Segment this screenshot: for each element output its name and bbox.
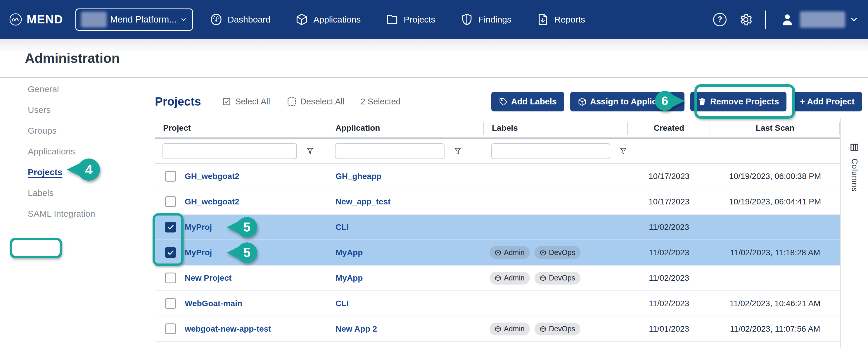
application-link[interactable]: MyApp: [336, 273, 363, 283]
last-scan-cell: 10/19/2023, 06:00:38 PM: [710, 172, 840, 181]
help-icon[interactable]: [713, 13, 726, 26]
application-link[interactable]: New App 2: [336, 324, 377, 334]
last-scan-cell: 11/02/2023, 11:07:56 AM: [710, 324, 840, 334]
row-checkbox[interactable]: [165, 298, 176, 309]
application-filter-funnel-icon[interactable]: [453, 146, 462, 156]
sidebar-item-applications[interactable]: Applications: [0, 141, 137, 162]
table-row[interactable]: MyProj MyApp Admin DevOps 11/02/2023 11/…: [155, 240, 840, 265]
admin-sidebar: GeneralUsersGroupsApplicationsProjectsLa…: [0, 78, 137, 348]
column-header-created[interactable]: Created: [628, 118, 710, 138]
project-link[interactable]: MyProj: [185, 223, 212, 232]
org-dropdown[interactable]: Mend Platform...: [75, 8, 193, 31]
application-link[interactable]: MyApp: [336, 248, 363, 257]
trash-icon: [698, 97, 707, 106]
row-checkbox[interactable]: [165, 196, 176, 207]
nav-item-projects[interactable]: Projects: [386, 13, 435, 26]
label-badge: DevOps: [534, 323, 581, 336]
table-row[interactable]: New Project MyApp Admin DevOps 11/02/202…: [155, 265, 840, 291]
nav-item-applications[interactable]: Applications: [296, 13, 361, 26]
labels-cell: Admin DevOps: [484, 323, 628, 336]
last-scan-cell: 10/19/2023, 06:04:41 PM: [710, 197, 840, 206]
row-checkbox[interactable]: [165, 222, 176, 232]
nav-item-dashboard[interactable]: Dashboard: [210, 13, 271, 26]
column-header-last-scan[interactable]: Last Scan: [710, 118, 840, 138]
created-cell: 10/17/2023: [628, 197, 710, 206]
add-project-button[interactable]: + Add Project: [792, 92, 862, 111]
project-link[interactable]: GH_webgoat2: [185, 172, 239, 181]
application-link[interactable]: CLI: [336, 299, 349, 308]
created-cell: 11/02/2023: [628, 299, 710, 308]
brand[interactable]: MEND: [9, 12, 63, 26]
redacted-username: [800, 11, 845, 28]
project-link[interactable]: MyProj: [185, 248, 212, 257]
column-header-application[interactable]: Application: [327, 118, 484, 138]
chevron-down-icon: [180, 15, 187, 24]
gear-icon[interactable]: [739, 12, 753, 27]
toolbar-buttons: Add Labels Assign to Application Remove …: [491, 92, 862, 111]
sidebar-item-projects[interactable]: Projects: [0, 162, 137, 182]
labels-filter-input[interactable]: [491, 143, 610, 159]
redacted-org-name: [81, 12, 107, 28]
brand-name: MEND: [27, 12, 63, 26]
cube-icon: [540, 275, 546, 281]
row-checkbox[interactable]: [165, 323, 176, 334]
applications-cube-icon: [296, 13, 308, 26]
nav-item-findings[interactable]: Findings: [461, 13, 512, 26]
column-header-labels[interactable]: Labels: [484, 118, 628, 138]
sidebar-item-users[interactable]: Users: [0, 99, 137, 120]
created-cell: 11/02/2023: [628, 223, 710, 232]
project-filter-input[interactable]: [162, 143, 297, 159]
user-menu-chevron-icon[interactable]: [849, 15, 859, 24]
deselect-all-button[interactable]: Deselect All: [287, 97, 345, 107]
select-all-label: Select All: [235, 97, 270, 107]
table-row[interactable]: GH_webgoat2 New_app_test 10/17/2023 10/1…: [155, 189, 840, 215]
table-row[interactable]: webgoat-new-app-test New App 2 Admin Dev…: [155, 316, 840, 342]
project-link[interactable]: GH_webgoat2: [185, 197, 239, 206]
selected-count: 2 Selected: [361, 97, 401, 107]
label-badge: Admin: [490, 272, 530, 285]
label-badge: Admin: [490, 246, 530, 259]
row-checkbox[interactable]: [165, 171, 176, 182]
select-all-button[interactable]: Select All: [222, 97, 270, 107]
application-filter-input[interactable]: [335, 143, 444, 159]
table-row[interactable]: MyProj CLI 11/02/2023: [155, 215, 840, 240]
table-header: Project Application Labels Created Last …: [155, 118, 840, 139]
project-link[interactable]: WebGoat-main: [185, 299, 242, 308]
application-link[interactable]: New_app_test: [336, 197, 391, 206]
last-scan-cell: 11/02/2023, 10:46:21 AM: [710, 299, 840, 308]
nav-item-reports[interactable]: Reports: [536, 13, 585, 26]
project-link[interactable]: webgoat-new-app-test: [185, 324, 271, 334]
sidebar-item-general[interactable]: General: [0, 79, 137, 99]
cube-icon: [540, 250, 546, 256]
sidebar-item-groups[interactable]: Groups: [0, 120, 137, 141]
table-row[interactable]: GH_webgoat2 GH_gheapp 10/17/2023 10/19/2…: [155, 164, 840, 189]
findings-shield-icon: [461, 13, 473, 26]
mend-logo-icon: [9, 12, 23, 26]
cube-icon: [495, 326, 501, 332]
person-icon: [781, 13, 794, 26]
table-row[interactable]: WebGoat-main CLI 11/02/2023 11/02/2023, …: [155, 291, 840, 316]
created-cell: 11/02/2023: [628, 273, 710, 283]
project-filter-funnel-icon[interactable]: [306, 146, 314, 156]
application-link[interactable]: CLI: [336, 223, 349, 232]
add-labels-button[interactable]: Add Labels: [491, 92, 564, 111]
sidebar-item-saml-integration[interactable]: SAML Integration: [0, 203, 137, 224]
assign-to-application-button[interactable]: Assign to Application: [570, 92, 684, 111]
remove-projects-button[interactable]: Remove Projects: [690, 92, 786, 111]
application-link[interactable]: GH_gheapp: [336, 172, 381, 181]
created-cell: 11/01/2023: [628, 324, 710, 334]
row-checkbox[interactable]: [165, 272, 176, 283]
columns-panel-toggle[interactable]: Columns: [840, 118, 868, 348]
label-badge: DevOps: [534, 246, 581, 259]
row-checkbox[interactable]: [165, 247, 176, 258]
projects-toolbar: Projects Select All Deselect All 2 Selec…: [155, 91, 868, 113]
cube-icon: [495, 250, 501, 256]
sidebar-item-labels[interactable]: Labels: [0, 182, 137, 203]
cube-icon: [578, 97, 587, 106]
labels-filter-funnel-icon[interactable]: [619, 146, 628, 156]
columns-panel-label: Columns: [850, 158, 859, 192]
column-header-project[interactable]: Project: [155, 118, 327, 138]
projects-heading: Projects: [155, 95, 201, 108]
project-link[interactable]: New Project: [185, 273, 231, 283]
nav-right: [713, 10, 868, 29]
